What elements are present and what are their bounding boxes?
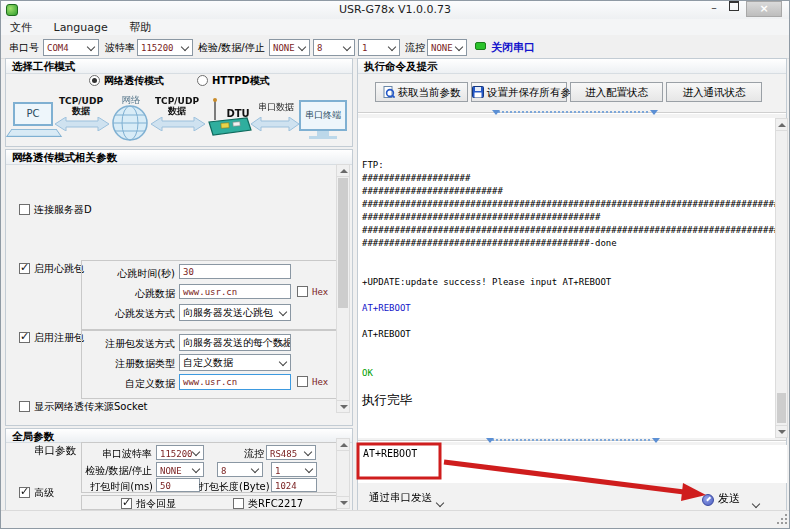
log-line: ########################################… — [362, 237, 775, 250]
hb-hex-checkbox[interactable]: Hex — [297, 286, 328, 297]
stopbits-value: 1 — [362, 43, 367, 53]
log-line — [362, 354, 775, 367]
log-bottom-splitter[interactable] — [358, 438, 786, 444]
connect-server-label: 连接服务器D — [34, 204, 92, 215]
hb-mode-value: 向服务器发送心跳包 — [183, 307, 273, 318]
g-databits-value: 8 — [221, 466, 226, 476]
menu-help[interactable]: 帮助 — [120, 19, 160, 35]
serial-terminal-icon: 串口终端 — [299, 100, 347, 131]
get-params-label: 获取当前参数 — [398, 86, 461, 98]
echo-checkbox[interactable]: 指令回显 — [121, 497, 176, 511]
splitter-handle-icon — [652, 438, 660, 443]
parity-select[interactable]: NONE — [269, 39, 310, 56]
send-icon — [702, 491, 714, 510]
flow-label: 流控 — [405, 41, 425, 55]
flow-select[interactable]: NONE — [427, 39, 467, 56]
custom-hex-checkbox[interactable]: Hex — [297, 376, 328, 387]
close-port-button[interactable]: 关闭串口 — [491, 40, 535, 55]
send-button[interactable]: 发送 — [718, 491, 740, 506]
pc-icon: PC — [13, 102, 53, 126]
g-flow-select[interactable]: RS485 — [266, 445, 316, 460]
reg-mode-select[interactable]: 向服务器发送的每个数据包 — [179, 334, 291, 351]
chevron-down-icon — [87, 43, 95, 51]
chevron-down-icon — [279, 358, 287, 366]
set-save-params-button[interactable]: 设置并保存所有参数 — [471, 82, 567, 102]
send-via-serial-dropdown[interactable]: 通过串口发送 — [369, 491, 432, 505]
chevron-down-icon — [388, 43, 396, 51]
databits-select[interactable]: 8 — [313, 39, 355, 56]
radio-net-mode[interactable]: 网络透传模式 — [89, 74, 164, 88]
triangle-up-icon — [340, 169, 348, 173]
hb-data-input[interactable]: www.usr.cn — [179, 284, 291, 299]
reg-type-select[interactable]: 自定义数据 — [179, 354, 291, 371]
rfc2217-label: 类RFC2217 — [248, 498, 303, 509]
g-baud-select[interactable]: 115200 — [156, 445, 204, 460]
menu-language[interactable]: Language — [45, 20, 117, 34]
chevron-down-icon — [192, 448, 200, 456]
chevron-down-icon — [298, 43, 306, 51]
chevron-down-icon — [455, 43, 463, 51]
flow-value: NONE — [431, 43, 453, 53]
g-flow-label: 流控 — [244, 447, 264, 461]
port-select[interactable]: COM4 — [43, 39, 99, 56]
connect-server-checkbox[interactable]: 连接服务器D — [19, 203, 92, 217]
scroll-down-button[interactable] — [336, 496, 350, 509]
reg-type-value: 自定义数据 — [183, 357, 233, 368]
hb-time-label: 心跳时间(秒) — [61, 267, 175, 281]
monitor-base-icon — [309, 136, 337, 139]
enter-comm-button[interactable]: 进入通讯状态 — [666, 82, 762, 102]
hb-time-input[interactable]: 30 — [179, 264, 291, 279]
menu-file[interactable]: 文件 — [1, 19, 41, 35]
custom-data-input[interactable]: www.usr.cn — [179, 374, 291, 390]
log-output[interactable]: FTP:####################################… — [358, 118, 775, 438]
enter-config-button[interactable]: 进入配置状态 — [570, 82, 663, 102]
log-line: #################### — [362, 172, 775, 185]
scroll-up-button[interactable] — [775, 118, 788, 131]
radio-icon — [197, 75, 208, 86]
send-command-input[interactable]: AT+REBOOT — [358, 445, 787, 483]
checkbox-icon — [19, 401, 30, 412]
minimize-button[interactable]: – — [703, 1, 725, 17]
hb-mode-select[interactable]: 向服务器发送心跳包 — [179, 304, 291, 321]
work-mode-header: 选择工作模式 — [6, 59, 352, 74]
splitter-handle-icon — [492, 110, 500, 115]
scroll-up-button[interactable] — [336, 438, 350, 451]
resize-grip-icon[interactable] — [785, 522, 787, 524]
baud-select[interactable]: 115200 — [137, 39, 193, 56]
scrollbar-thumb[interactable] — [777, 393, 786, 423]
radio-selected-icon — [89, 75, 100, 86]
triangle-down-icon — [778, 430, 786, 434]
g-parity-select[interactable]: NONE — [156, 462, 204, 477]
show-socket-checkbox[interactable]: 显示网络透传来源Socket — [19, 400, 147, 414]
pc-keyboard-icon — [6, 129, 62, 137]
status-bar — [1, 510, 790, 528]
log-top-splitter[interactable] — [358, 110, 786, 116]
advanced-checkbox[interactable]: 高级 — [19, 486, 54, 500]
rfc2217-checkbox[interactable]: 类RFC2217 — [233, 497, 303, 511]
globe-icon — [112, 105, 149, 142]
packtime-label: 打包时间(ms) — [83, 480, 153, 494]
log-line: OK — [362, 367, 775, 380]
stopbits-select[interactable]: 1 — [358, 39, 400, 56]
g-stopbits-select[interactable]: 1 — [271, 462, 317, 477]
get-params-button[interactable]: 获取当前参数 — [375, 82, 468, 102]
log-scrollbar[interactable] — [775, 118, 788, 438]
g-databits-select[interactable]: 8 — [217, 462, 263, 477]
log-line: ########################################… — [362, 211, 775, 224]
triangle-down-icon — [340, 405, 348, 409]
serial-data-label: 串口数据 — [251, 102, 301, 112]
serial-terminal-label: 串口终端 — [305, 110, 341, 120]
packlen-input[interactable]: 1024 — [271, 478, 317, 492]
g-flow-value: RS485 — [270, 449, 297, 459]
scrollbar-thumb[interactable] — [338, 178, 348, 308]
splitter-handle-icon — [650, 110, 658, 115]
custom-data-label: 自定义数据 — [61, 377, 175, 391]
radio-httpd-mode[interactable]: HTTPD模式 — [197, 74, 270, 88]
scroll-up-button[interactable] — [336, 164, 350, 177]
scroll-down-button[interactable] — [336, 400, 350, 413]
packtime-input[interactable]: 50 — [156, 478, 200, 492]
chevron-down-icon — [279, 308, 287, 316]
maximize-button[interactable] — [723, 1, 745, 17]
scroll-down-button[interactable] — [775, 425, 788, 438]
close-button[interactable]: × — [746, 1, 782, 17]
